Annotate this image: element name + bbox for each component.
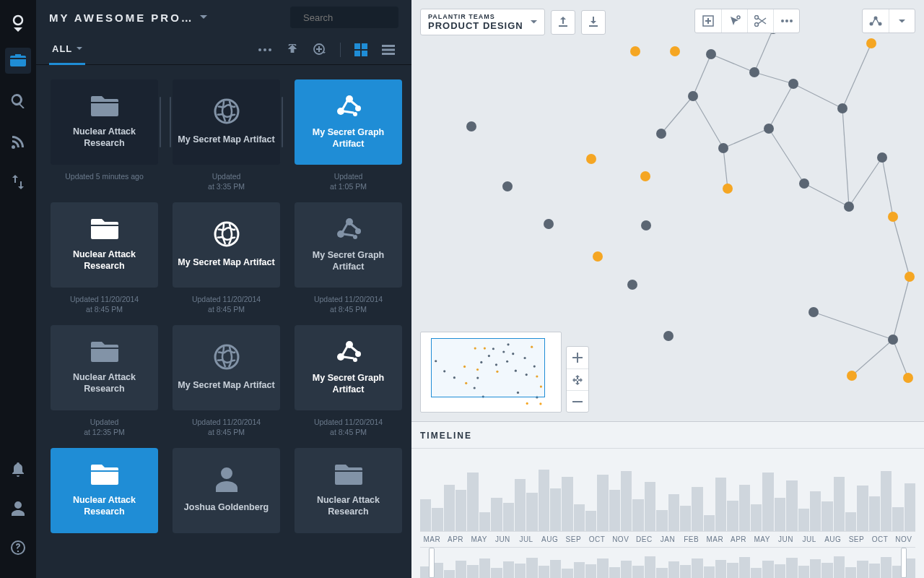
cursor-icon[interactable] bbox=[721, 9, 747, 33]
timeline-handle-left[interactable] bbox=[429, 548, 435, 578]
bell-icon[interactable] bbox=[5, 457, 31, 483]
graph-canvas[interactable] bbox=[411, 0, 924, 421]
svg-point-0 bbox=[14, 16, 22, 25]
add-node-icon[interactable] bbox=[695, 9, 721, 33]
tile-card[interactable]: Nuclear Attack Research bbox=[51, 202, 158, 288]
transfer-icon[interactable] bbox=[5, 169, 31, 195]
zoom-controls bbox=[566, 346, 589, 413]
svg-line-46 bbox=[793, 84, 842, 108]
graph-icon bbox=[335, 340, 362, 366]
breadcrumb-title: PRODUCT DESIGN bbox=[428, 20, 523, 31]
tile-card[interactable]: My Secret Graph Artifact bbox=[295, 202, 402, 288]
tile-card[interactable]: My Secret Map Artifact bbox=[173, 202, 280, 288]
layout-tools bbox=[862, 9, 915, 33]
zoom-out-button[interactable] bbox=[567, 390, 588, 412]
graph-mode-icon[interactable] bbox=[863, 9, 889, 33]
add-icon[interactable] bbox=[310, 40, 330, 60]
tile-meta: Updatedat 1:05 PM bbox=[295, 172, 402, 192]
tile-meta: Updatedat 12:35 PM bbox=[51, 418, 158, 438]
svg-point-33 bbox=[785, 20, 788, 22]
svg-line-41 bbox=[723, 148, 728, 189]
svg-point-32 bbox=[781, 20, 784, 22]
search-field[interactable] bbox=[303, 12, 424, 23]
tile-card[interactable]: My Secret Graph Artifact bbox=[295, 325, 402, 410]
search-rail-icon[interactable] bbox=[5, 88, 31, 114]
export-button[interactable] bbox=[551, 10, 575, 35]
svg-point-59 bbox=[466, 121, 476, 131]
project-title-text: MY AWESOME PRO… bbox=[49, 12, 194, 24]
tile-card[interactable]: My Secret Map Artifact bbox=[173, 325, 280, 410]
svg-point-78 bbox=[799, 178, 809, 189]
tile-label: My Secret Graph Artifact bbox=[299, 127, 398, 150]
svg-line-53 bbox=[842, 108, 849, 207]
search-input[interactable] bbox=[290, 7, 398, 28]
svg-line-56 bbox=[893, 277, 910, 340]
svg-point-24 bbox=[337, 353, 344, 361]
tile-card[interactable]: Nuclear Attack Research bbox=[51, 79, 158, 165]
upload-icon[interactable] bbox=[282, 40, 302, 60]
svg-point-16 bbox=[355, 105, 361, 111]
timeline-overview[interactable] bbox=[420, 548, 915, 578]
more-tools-icon[interactable] bbox=[773, 9, 799, 33]
svg-rect-8 bbox=[354, 51, 360, 56]
svg-point-89 bbox=[663, 331, 674, 341]
minimap[interactable] bbox=[420, 332, 562, 413]
tile-label: Nuclear Attack Research bbox=[299, 495, 398, 517]
svg-point-25 bbox=[346, 341, 353, 348]
timeline-panel: TIMELINE MARAPRMAYJUNJULAUGSEPOCTNOVDECJ… bbox=[411, 421, 924, 578]
svg-point-81 bbox=[844, 202, 854, 212]
zoom-in-button[interactable] bbox=[567, 347, 588, 368]
minimap-viewport[interactable] bbox=[431, 338, 545, 397]
svg-point-79 bbox=[808, 307, 819, 317]
svg-point-62 bbox=[586, 154, 596, 164]
svg-point-4 bbox=[269, 48, 271, 51]
svg-point-70 bbox=[688, 91, 698, 101]
tab-all[interactable]: ALL bbox=[49, 35, 85, 65]
mode-chevron-icon[interactable] bbox=[889, 9, 915, 33]
import-button[interactable] bbox=[581, 10, 606, 35]
timeline-months: MARAPRMAYJUNJULAUGSEPOCTNOVDECJANFEBMARA… bbox=[420, 531, 915, 548]
feed-icon[interactable] bbox=[5, 129, 31, 155]
tile-label: Nuclear Attack Research bbox=[55, 495, 154, 517]
more-icon[interactable] bbox=[255, 40, 275, 60]
svg-rect-7 bbox=[362, 43, 367, 49]
tile-card[interactable]: Joshua Goldenberg bbox=[173, 448, 280, 533]
svg-rect-10 bbox=[382, 45, 395, 47]
tile-card[interactable]: My Secret Graph Artifact bbox=[295, 79, 402, 165]
svg-point-63 bbox=[593, 251, 603, 262]
sidebar: MY AWESOME PRO… ALL Nuclear Attack Resea… bbox=[36, 0, 411, 578]
tile-card[interactable]: Nuclear Attack Research bbox=[51, 448, 158, 533]
timeline-bars[interactable] bbox=[420, 465, 915, 531]
zoom-fit-button[interactable] bbox=[567, 368, 588, 390]
svg-line-39 bbox=[693, 54, 711, 96]
svg-line-58 bbox=[852, 340, 893, 376]
briefcase-icon[interactable] bbox=[5, 48, 31, 74]
project-title[interactable]: MY AWESOME PRO… bbox=[49, 12, 290, 24]
svg-point-72 bbox=[718, 143, 728, 153]
svg-point-68 bbox=[670, 46, 680, 56]
globe-icon bbox=[214, 344, 240, 373]
svg-point-80 bbox=[837, 103, 847, 113]
logo-icon[interactable] bbox=[5, 10, 31, 36]
tile-grid[interactable]: Nuclear Attack ResearchUpdated 5 minutes… bbox=[36, 65, 411, 578]
chevron-down-icon bbox=[77, 47, 82, 51]
scissors-icon[interactable] bbox=[747, 9, 773, 33]
svg-point-82 bbox=[847, 371, 857, 381]
tile-card[interactable]: My Secret Map Artifact bbox=[173, 79, 280, 165]
breadcrumb[interactable]: PALANTIR TEAMS PRODUCT DESIGN bbox=[420, 9, 545, 35]
tile-card[interactable]: Nuclear Attack Research bbox=[51, 325, 158, 410]
chevron-down-icon bbox=[200, 15, 207, 20]
user-icon[interactable] bbox=[5, 496, 31, 522]
timeline-handle-right[interactable] bbox=[901, 548, 907, 578]
svg-point-73 bbox=[723, 184, 733, 194]
help-icon[interactable] bbox=[5, 535, 31, 561]
breadcrumb-context: PALANTIR TEAMS bbox=[428, 13, 523, 20]
grid-view-icon[interactable] bbox=[351, 40, 371, 60]
svg-point-67 bbox=[641, 220, 651, 230]
tile-label: My Secret Map Artifact bbox=[178, 257, 274, 269]
list-view-icon[interactable] bbox=[378, 40, 398, 60]
tile-card[interactable]: Nuclear Attack Research bbox=[295, 448, 402, 533]
svg-point-60 bbox=[502, 181, 513, 191]
svg-point-85 bbox=[888, 212, 898, 222]
svg-point-19 bbox=[337, 230, 344, 238]
